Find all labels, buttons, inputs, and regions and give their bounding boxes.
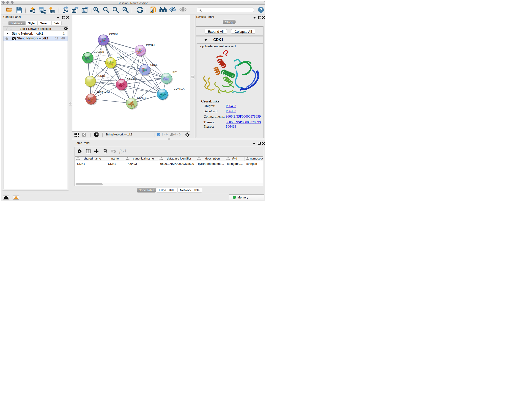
svg-text:CCNA1: CCNA1 [146,44,155,46]
svg-text:CDC6: CDC6 [150,63,157,66]
svg-text:CDKN1A: CDKN1A [174,87,185,90]
svg-text:CCNB2: CCNB2 [109,33,118,36]
svg-text:HIST1H1A: HIST1H1A [97,91,110,94]
svg-text:?: ? [260,7,262,12]
svg-text:CCNB1: CCNB1 [96,75,105,77]
svg-text:RB1: RB1 [172,70,177,73]
svg-text:CDK1: CDK1 [117,55,124,58]
svg-text:CDC25B: CDC25B [94,50,104,53]
svg-text:CCNA2: CCNA2 [127,78,136,81]
svg-text:CCNE1: CCNE1 [137,96,146,99]
